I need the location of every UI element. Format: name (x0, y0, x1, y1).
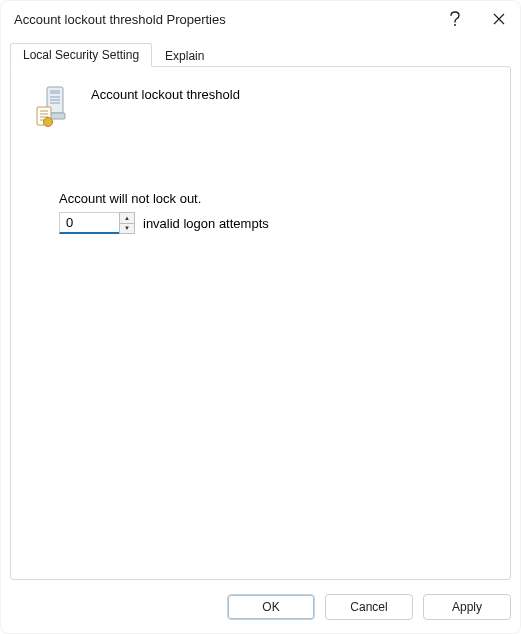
svg-rect-3 (50, 96, 60, 98)
svg-rect-2 (50, 90, 60, 94)
tab-explain[interactable]: Explain (152, 44, 217, 67)
titlebar: Account lockout threshold Properties (0, 0, 521, 38)
apply-button[interactable]: Apply (423, 594, 511, 620)
spin-down-button[interactable]: ▼ (120, 223, 134, 234)
chevron-down-icon: ▼ (124, 225, 130, 231)
policy-field-block: Account will not lock out. ▲ ▼ (59, 191, 492, 234)
tabstrip: Local Security Setting Explain (10, 40, 511, 66)
close-button[interactable] (477, 0, 521, 38)
button-label: OK (262, 600, 279, 614)
threshold-spin-buttons: ▲ ▼ (119, 212, 135, 234)
help-icon (449, 11, 461, 27)
policy-status-text: Account will not lock out. (59, 191, 492, 206)
threshold-unit-label: invalid logon attempts (143, 216, 269, 231)
window-title: Account lockout threshold Properties (14, 12, 433, 27)
dialog-footer: OK Cancel Apply (0, 590, 521, 634)
svg-point-0 (454, 24, 456, 26)
dialog-body: Local Security Setting Explain (0, 38, 521, 590)
svg-rect-5 (50, 102, 60, 104)
help-button[interactable] (433, 0, 477, 38)
tab-local-security-setting[interactable]: Local Security Setting (10, 43, 152, 67)
svg-point-12 (44, 118, 53, 127)
cancel-button[interactable]: Cancel (325, 594, 413, 620)
policy-header: Account lockout threshold (33, 85, 492, 127)
threshold-row: ▲ ▼ invalid logon attempts (59, 212, 492, 234)
svg-rect-4 (50, 99, 60, 101)
policy-name: Account lockout threshold (91, 85, 240, 102)
tab-panel-local: Account lockout threshold Account will n… (10, 66, 511, 580)
tab-label: Local Security Setting (23, 48, 139, 62)
button-label: Cancel (350, 600, 387, 614)
close-icon (493, 13, 505, 25)
chevron-up-icon: ▲ (124, 215, 130, 221)
tab-label: Explain (165, 49, 204, 63)
threshold-input[interactable] (59, 212, 119, 234)
security-policy-icon (33, 85, 75, 127)
ok-button[interactable]: OK (227, 594, 315, 620)
properties-dialog: Account lockout threshold Properties Loc… (0, 0, 521, 634)
button-label: Apply (452, 600, 482, 614)
spin-up-button[interactable]: ▲ (120, 213, 134, 223)
threshold-stepper: ▲ ▼ (59, 212, 135, 234)
